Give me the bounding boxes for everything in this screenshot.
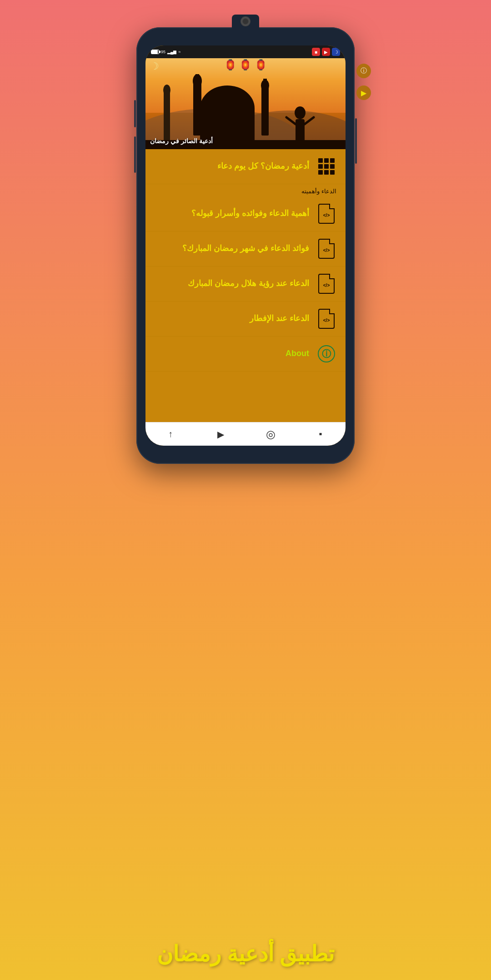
lanterns-decoration: 🏮 🏮 🏮 [224, 59, 266, 71]
banner-text: أدعية الصائر في رمضان [150, 137, 213, 145]
crescent-icon: ☽ [150, 60, 159, 72]
side-info-button[interactable]: ⓘ [356, 64, 371, 78]
menu-item-main[interactable]: أدعية رمضان؟ كل يوم دعاء [145, 149, 346, 184]
app-title: تطبيق أدعية رمضان [157, 941, 335, 966]
wifi-icon: ≈ [178, 50, 180, 54]
svg-point-11 [163, 85, 170, 95]
menu-content[interactable]: أدعية رمضان؟ كل يوم دعاء الدعاء وأهميته … [145, 149, 346, 422]
battery-icon [151, 50, 159, 54]
info-icon: ⓘ [316, 344, 336, 364]
doc-icon-4: </> [316, 309, 336, 329]
svg-rect-9 [263, 79, 267, 87]
menu-item-4-text: الدعاء عند الإفطار [155, 313, 309, 324]
notification-icon-blue: ☽ [332, 48, 340, 56]
nav-play-button[interactable]: ▶ [210, 424, 230, 444]
doc-icon-3: </> [316, 274, 336, 294]
doc-icon-2: </> [316, 239, 336, 259]
svg-rect-13 [296, 119, 305, 142]
nav-home-button[interactable]: ◎ [261, 424, 281, 444]
nav-back-button[interactable]: ↑ [160, 424, 180, 444]
screen: 95 ▂▄▆ ≈ ■ ▶ ☽ 🏮 🏮 🏮 ☽ [145, 45, 346, 446]
menu-item-1-text: أهمية الدعاء وفوائده وأسرار قبوله؟ [155, 208, 309, 219]
svg-rect-6 [195, 74, 199, 83]
square-icon: ▪ [319, 429, 322, 439]
home-icon: ◎ [266, 428, 276, 441]
header-banner: 🏮 🏮 🏮 ☽ [145, 58, 346, 149]
signal-icon: ▂▄▆ [167, 50, 176, 54]
menu-item-about[interactable]: ⓘ About [145, 337, 346, 372]
menu-item-3[interactable]: </> الدعاء عند رؤية هلال رمضان المبارك [145, 266, 346, 302]
camera-bump [232, 15, 259, 28]
battery-fill [151, 50, 158, 54]
svg-rect-10 [164, 90, 170, 145]
battery-label: 95 [161, 50, 165, 54]
camera-lens [240, 16, 251, 26]
bottom-nav: ↑ ▶ ◎ ▪ [145, 422, 346, 446]
svg-rect-4 [193, 81, 201, 136]
menu-item-2[interactable]: </> فوائد الدعاء في شهر رمضان المبارك؟ [145, 231, 346, 266]
notification-icon-red: ■ [312, 48, 320, 56]
volume-button-down [134, 136, 136, 173]
power-button [355, 118, 357, 164]
svg-rect-7 [261, 85, 269, 136]
menu-item-4[interactable]: </> الدعاء عند الإفطار [145, 302, 346, 337]
nav-square-button[interactable]: ▪ [311, 424, 331, 444]
status-bar: 95 ▂▄▆ ≈ ■ ▶ ☽ [145, 45, 346, 58]
side-play-button[interactable]: ▶ [356, 85, 371, 100]
phone-shell: 95 ▂▄▆ ≈ ■ ▶ ☽ 🏮 🏮 🏮 ☽ [136, 27, 355, 464]
status-right: ■ ▶ ☽ [312, 48, 340, 56]
about-text: About [155, 348, 309, 359]
right-side-icons: ⓘ ▶ [356, 64, 371, 100]
menu-item-3-text: الدعاء عند رؤية هلال رمضان المبارك [155, 278, 309, 289]
notification-icon-yt: ▶ [322, 48, 330, 56]
status-left: 95 ▂▄▆ ≈ [151, 50, 180, 54]
svg-point-12 [295, 106, 306, 119]
doc-icon-1: </> [316, 204, 336, 224]
menu-item-2-text: فوائد الدعاء في شهر رمضان المبارك؟ [155, 243, 309, 254]
menu-item-1[interactable]: </> أهمية الدعاء وفوائده وأسرار قبوله؟ [145, 196, 346, 231]
grid-icon [316, 156, 336, 176]
play-icon: ▶ [217, 429, 224, 440]
back-icon: ↑ [168, 429, 173, 439]
section-header: الدعاء وأهميته [145, 184, 346, 196]
volume-button-up [134, 100, 136, 127]
menu-item-main-text: أدعية رمضان؟ كل يوم دعاء [155, 161, 309, 172]
